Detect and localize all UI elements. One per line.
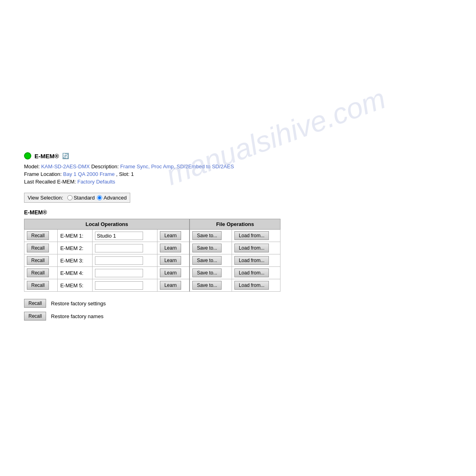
bottom-row-0: RecallRestore factory settings [24, 299, 452, 308]
radio-standard[interactable]: Standard [67, 195, 95, 201]
learn-btn-2[interactable]: Learn [160, 244, 181, 252]
radio-advanced-label: Advanced [103, 195, 127, 201]
table-row: RecallE-MEM 2:LearnSave to...Load from..… [24, 242, 280, 254]
emem-input-3[interactable] [95, 256, 143, 265]
load-from-btn-3[interactable]: Load from... [234, 256, 269, 265]
radio-advanced-input[interactable] [97, 195, 102, 200]
emem-section-title: E-MEM® [24, 209, 452, 216]
load-from-btn-2[interactable]: Load from... [234, 244, 269, 252]
load-from-btn-5[interactable]: Load from... [234, 281, 269, 290]
save-to-btn-1[interactable]: Save to... [192, 231, 222, 240]
table-row: RecallE-MEM 3:LearnSave to...Load from..… [24, 254, 280, 267]
save-to-btn-5[interactable]: Save to... [192, 281, 222, 290]
bottom-section: RecallRestore factory settingsRecallRest… [24, 299, 452, 321]
slot-label: Slot: [119, 171, 129, 177]
bottom-row-1: RecallRestore factory names [24, 312, 452, 321]
frame-location-line: Frame Location: Bay 1 QA 2000 Frame , Sl… [24, 171, 452, 177]
emem-input-1[interactable] [95, 232, 143, 240]
local-operations-header: Local Operations [24, 219, 190, 230]
emem-label-1: E-MEM 1: [60, 233, 83, 239]
emem-label-4: E-MEM 4: [60, 270, 83, 276]
last-recalled-label: Last Recalled E-MEM: [24, 179, 76, 185]
page-title: E-MEM® [34, 153, 59, 159]
last-recalled-line: Last Recalled E-MEM: Factory Defaults [24, 179, 452, 185]
radio-standard-input[interactable] [67, 195, 73, 200]
description-value: Frame Sync, Proc Amp, SD/2Embed to SD/2A… [120, 163, 234, 169]
title-row: E-MEM® 🔄 [24, 152, 452, 159]
slot-value: 1 [131, 171, 134, 177]
save-to-btn-2[interactable]: Save to... [192, 244, 222, 252]
refresh-icon[interactable]: 🔄 [62, 153, 69, 159]
frame-location-value: Bay 1 QA 2000 Frame [63, 171, 115, 177]
table-row: RecallE-MEM 4:LearnSave to...Load from..… [24, 267, 280, 279]
recall-btn-5[interactable]: Recall [27, 281, 49, 290]
model-value: KAM-SD-2AES-DMX [41, 163, 90, 169]
bottom-label-1: Restore factory names [51, 313, 103, 319]
learn-btn-4[interactable]: Learn [160, 268, 181, 277]
learn-btn-5[interactable]: Learn [160, 281, 181, 290]
comma: , [116, 171, 119, 177]
model-line: Model: KAM-SD-2AES-DMX Description: Fram… [24, 163, 452, 169]
bottom-recall-btn-0[interactable]: Recall [24, 299, 46, 308]
bottom-label-0: Restore factory settings [51, 301, 106, 307]
radio-advanced[interactable]: Advanced [97, 195, 127, 201]
view-selection-row: View Selection: Standard Advanced [24, 193, 452, 203]
load-from-btn-4[interactable]: Load from... [234, 268, 269, 277]
emem-label-3: E-MEM 3: [60, 258, 83, 264]
emem-input-5[interactable] [95, 281, 143, 290]
bottom-recall-btn-1[interactable]: Recall [24, 312, 46, 321]
last-recalled-value: Factory Defaults [77, 179, 115, 185]
status-indicator [24, 152, 31, 159]
emem-input-4[interactable] [95, 269, 143, 277]
view-selection-box: View Selection: Standard Advanced [24, 193, 130, 203]
load-from-btn-1[interactable]: Load from... [234, 231, 269, 240]
save-to-btn-3[interactable]: Save to... [192, 256, 222, 265]
learn-btn-3[interactable]: Learn [160, 256, 181, 265]
emem-input-2[interactable] [95, 244, 143, 252]
save-to-btn-4[interactable]: Save to... [192, 268, 222, 277]
learn-btn-1[interactable]: Learn [160, 231, 181, 240]
radio-standard-label: Standard [74, 195, 95, 201]
frame-location-label: Frame Location: [24, 171, 62, 177]
main-content: E-MEM® 🔄 Model: KAM-SD-2AES-DMX Descript… [24, 152, 452, 321]
table-row: RecallE-MEM 1:LearnSave to...Load from..… [24, 230, 280, 242]
recall-btn-2[interactable]: Recall [27, 244, 49, 252]
emem-table: Local Operations File Operations RecallE… [24, 219, 280, 292]
view-selection-label: View Selection: [28, 195, 63, 201]
description-label: Description: [91, 163, 119, 169]
emem-label-5: E-MEM 5: [60, 282, 83, 288]
emem-label-2: E-MEM 2: [60, 245, 83, 251]
model-label: Model: [24, 163, 40, 169]
table-row: RecallE-MEM 5:LearnSave to...Load from..… [24, 279, 280, 292]
file-operations-header: File Operations [190, 219, 280, 230]
page-container: manualsihive.com E-MEM® 🔄 Model: KAM-SD-… [0, 0, 476, 476]
recall-btn-3[interactable]: Recall [27, 256, 49, 265]
recall-btn-4[interactable]: Recall [27, 268, 49, 277]
recall-btn-1[interactable]: Recall [27, 231, 49, 240]
